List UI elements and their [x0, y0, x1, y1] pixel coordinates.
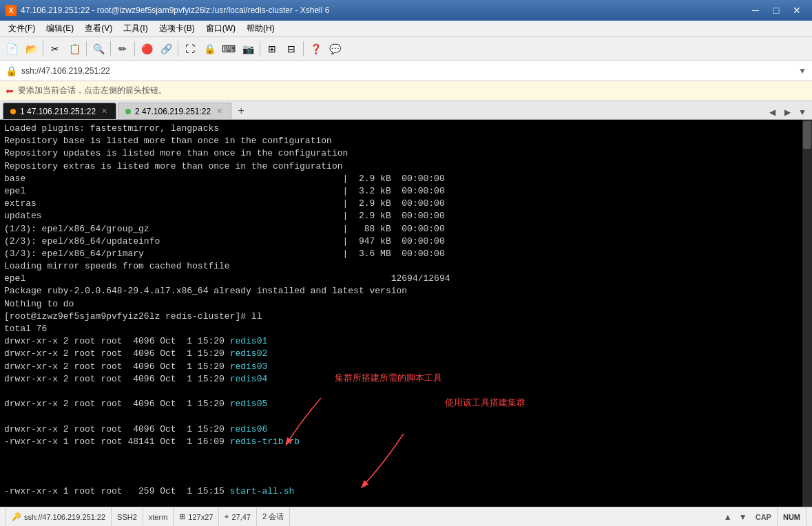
toolbar: 📄 📂 ✂ 📋 🔍 ✏ 🔴 🔗 ⛶ 🔒 ⌨ 📷 ⊞ ⊟ ❓ 💬: [0, 37, 812, 61]
term-line-14: Package ruby-2.0.0.648-29.4.al7.x86_64 a…: [4, 285, 798, 297]
tab-nav: ◀ ▶ ▼: [765, 105, 809, 119]
tab-next-button[interactable]: ▶: [780, 105, 794, 119]
toolbar-screenshot[interactable]: 📷: [239, 40, 257, 58]
tab-prev-button[interactable]: ◀: [765, 105, 779, 119]
toolbar-info[interactable]: 💬: [326, 40, 344, 58]
status-protocol-text: SSH2: [117, 513, 137, 521]
menu-help[interactable]: 帮助(H): [241, 21, 280, 36]
toolbar-cut[interactable]: ✂: [46, 40, 64, 58]
term-line-25: -rwxr-xr-x 1 root root 259 Oct 1 15:15 s…: [4, 485, 798, 507]
term-line-20: drwxr-xr-x 2 root root 4096 Oct 1 15:20 …: [4, 361, 798, 373]
toolbar-split2[interactable]: ⊟: [282, 40, 300, 58]
toolbar-sep7: [303, 41, 304, 56]
status-protocol: SSH2: [112, 507, 143, 526]
toolbar-help[interactable]: ❓: [306, 40, 324, 58]
status-key-icon: 🔑: [12, 512, 21, 521]
status-grid-icon: ⊞: [179, 512, 185, 521]
status-num-text: NUM: [783, 513, 800, 521]
toolbar-keyboard[interactable]: ⌨: [220, 40, 238, 58]
nav-down-button[interactable]: ▼: [736, 510, 750, 524]
status-num: NUM: [778, 507, 806, 526]
status-address: 🔑 ssh://47.106.219.251:22: [6, 507, 112, 526]
menu-edit[interactable]: 编辑(E): [41, 21, 79, 36]
term-line-2: Repository base is listed more than once…: [4, 135, 798, 147]
toolbar-copy[interactable]: 📋: [65, 40, 83, 58]
terminal-scrollbar[interactable]: [802, 120, 812, 507]
term-line-16: [root@izwz9ef5sjam9pvfyiz26lz redis-clus…: [4, 311, 798, 323]
term-line-7: extras | 2.9 kB 00:00:00: [4, 198, 798, 210]
toolbar-search[interactable]: 🔍: [90, 40, 107, 58]
menu-window[interactable]: 窗口(W): [200, 21, 241, 36]
maximize-button[interactable]: □: [767, 3, 786, 18]
term-line-5: base | 2.9 kB 00:00:00: [4, 173, 798, 185]
tab-1[interactable]: 1 47.106.219.251:22 ✕: [3, 103, 116, 119]
menu-view[interactable]: 查看(V): [79, 21, 118, 36]
status-cursor-icon: ⌖: [225, 512, 229, 521]
terminal[interactable]: Loaded plugins: fastestmirror, langpacks…: [0, 120, 802, 507]
status-encoding: xterm: [143, 507, 174, 526]
toolbar-fullscreen[interactable]: ⛶: [181, 40, 199, 58]
toolbar-open[interactable]: 📂: [22, 40, 40, 58]
close-button[interactable]: ✕: [787, 3, 806, 18]
term-line-24: -rwxr-xr-x 1 root root 48141 Oct 1 16:09…: [4, 436, 798, 486]
window-title: 47.106.219.251:22 - root@izwz9ef5sjam9pv…: [21, 6, 329, 15]
menu-tabs[interactable]: 选项卡(B): [154, 21, 200, 36]
toolbar-split[interactable]: ⊞: [263, 40, 281, 58]
toolbar-connect1[interactable]: 🔴: [138, 40, 156, 58]
title-bar-left: X 47.106.219.251:22 - root@izwz9ef5sjam9…: [6, 5, 329, 16]
toolbar-sep6: [260, 41, 260, 56]
term-line-22: drwxr-xr-x 2 root root 4096 Oct 1 15:20 …: [4, 398, 798, 423]
toolbar-new[interactable]: 📄: [3, 40, 21, 58]
term-line-17: total 76: [4, 323, 798, 335]
term-line-11: (3/3): epel/x86_64/primary | 3.6 MB 00:0…: [4, 248, 798, 260]
tab-2[interactable]: 2 47.106.219.251:22 ✕: [118, 103, 231, 119]
scrollbar-thumb[interactable]: [803, 121, 811, 149]
term-line-15: Nothing to do: [4, 298, 798, 311]
session-bar: ⬅ 要添加当前会话，点击左侧的箭头按钮。: [0, 81, 812, 101]
status-sessions-text: 2 会话: [262, 512, 284, 522]
term-line-3: Repository updates is listed more than o…: [4, 147, 798, 160]
app-icon: X: [6, 5, 17, 16]
tab-menu-button[interactable]: ▼: [795, 105, 809, 119]
status-encoding-text: xterm: [149, 513, 168, 521]
session-bar-icon: ⬅: [6, 85, 14, 96]
term-line-13: epel 12694/12694: [4, 273, 798, 285]
address-bar: 🔒 ssh://47.106.219.251:22 ▼: [0, 61, 812, 81]
status-cap: CAP: [750, 507, 778, 526]
toolbar-sep2: [86, 41, 87, 56]
minimize-button[interactable]: ─: [746, 3, 765, 18]
term-line-18: drwxr-xr-x 2 root root 4096 Oct 1 15:20 …: [4, 335, 798, 348]
tab-2-close[interactable]: ✕: [215, 106, 224, 116]
status-sessions: 2 会话: [257, 507, 290, 526]
status-cursor: ⌖ 27,47: [219, 507, 257, 526]
window-controls: ─ □ ✕: [746, 3, 806, 18]
term-line-9: (1/3): epel/x86_64/group_gz | 88 kB 00:0…: [4, 223, 798, 235]
address-text: ssh://47.106.219.251:22: [21, 66, 794, 76]
tab-1-label: 1 47.106.219.251:22: [20, 107, 96, 116]
status-grid-text: 127x27: [188, 513, 213, 521]
toolbar-connect2[interactable]: 🔗: [157, 40, 175, 58]
terminal-wrapper: Loaded plugins: fastestmirror, langpacks…: [0, 120, 812, 507]
term-line-10: (2/3): epel/x86_64/updateinfo | 947 kB 0…: [4, 235, 798, 248]
tab-1-status-dot: [10, 109, 16, 114]
term-line-6: epel | 3.2 kB 00:00:00: [4, 185, 798, 198]
session-bar-message: 要添加当前会话，点击左侧的箭头按钮。: [18, 85, 167, 96]
term-line-8: updates | 2.9 kB 00:00:00: [4, 210, 798, 222]
toolbar-lock[interactable]: 🔒: [200, 40, 218, 58]
tab-bar: 1 47.106.219.251:22 ✕ 2 47.106.219.251:2…: [0, 101, 812, 120]
menu-file[interactable]: 文件(F): [3, 21, 41, 36]
tab-add-button[interactable]: +: [233, 103, 249, 119]
toolbar-compose[interactable]: ✏: [114, 40, 132, 58]
toolbar-sep1: [43, 41, 43, 56]
nav-up-button[interactable]: ▲: [721, 510, 735, 524]
address-lock-icon: 🔒: [6, 65, 17, 76]
status-cursor-text: 27,47: [231, 513, 251, 521]
status-address-text: ssh://47.106.219.251:22: [24, 513, 105, 521]
term-line-23: drwxr-xr-x 2 root root 4096 Oct 1 15:20 …: [4, 423, 798, 436]
toolbar-sep5: [178, 41, 178, 56]
menu-tools[interactable]: 工具(I): [118, 21, 153, 36]
toolbar-sep3: [110, 41, 111, 56]
address-dropdown-icon[interactable]: ▼: [798, 66, 806, 76]
tab-1-close[interactable]: ✕: [100, 106, 109, 116]
title-bar: X 47.106.219.251:22 - root@izwz9ef5sjam9…: [0, 0, 812, 21]
